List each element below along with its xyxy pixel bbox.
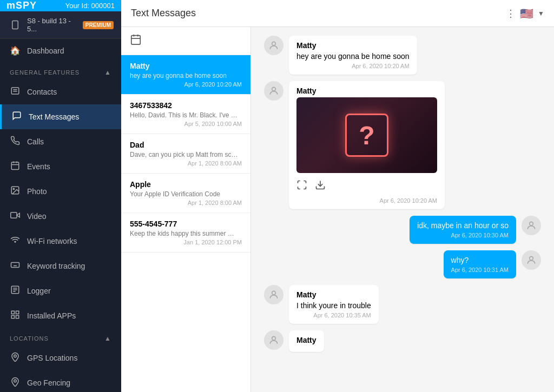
bubble-sender: Matty <box>296 87 437 95</box>
avatar <box>522 250 541 270</box>
conversation-item-555[interactable]: 555-4545-777 Keep the kids happy this su… <box>121 213 250 253</box>
page-title: Text Messages <box>131 8 499 19</box>
bubble-text: I think youre in trouble <box>296 301 371 310</box>
sidebar-item-geo[interactable]: Geo Fencing <box>0 370 121 392</box>
avatar <box>264 81 283 101</box>
svg-point-27 <box>14 355 17 357</box>
bubble-time: Apr 6, 2020 10:20 AM <box>296 197 437 204</box>
conv-name: Apple <box>130 180 242 189</box>
avatar <box>522 216 541 235</box>
conv-name: Matty <box>130 62 242 70</box>
sidebar-item-video[interactable]: Video <box>0 204 121 229</box>
keyboard-icon <box>10 260 21 272</box>
logger-icon <box>10 285 21 297</box>
premium-badge: PREMIUM <box>83 21 114 29</box>
message-bubble-outgoing: idk, maybe in an hour or so Apr 6, 2020 … <box>410 216 516 244</box>
svg-point-28 <box>14 380 17 382</box>
conv-time: Apr 1, 2020 8:00 AM <box>130 160 242 167</box>
svg-rect-25 <box>11 316 14 318</box>
sidebar-item-dashboard[interactable]: 🏠 Dashboard <box>0 39 121 62</box>
events-label: Events <box>27 162 50 171</box>
locations-chevron-icon: ▲ <box>104 335 111 342</box>
bubble-time: Apr 6, 2020 10:35 AM <box>296 312 371 318</box>
device-row[interactable]: S8 - build 13 - 5... PREMIUM <box>0 11 121 39</box>
svg-point-36 <box>530 222 533 225</box>
conversation-item-apple[interactable]: Apple Your Apple ID Verification Code Ap… <box>121 174 250 213</box>
topbar-icons: ⋮ 🇺🇸 ▼ <box>506 7 544 20</box>
svg-rect-12 <box>11 212 17 218</box>
bubble-sender: Matty <box>296 290 371 299</box>
bubble-time: Apr 6, 2020 10:30 AM <box>417 232 509 238</box>
message-bubble-outgoing: why? Apr 6, 2020 10:31 AM <box>444 250 516 278</box>
bubble-time: Apr 6, 2020 10:20 AM <box>296 63 410 69</box>
wifi-icon <box>10 235 21 247</box>
conv-time: Apr 6, 2020 10:20 AM <box>130 81 242 88</box>
sidebar-item-calls[interactable]: Calls <box>0 129 121 154</box>
avatar <box>264 36 283 55</box>
events-icon <box>10 161 21 172</box>
user-id-label: Your Id: 000001 <box>65 2 115 10</box>
sidebar-item-events[interactable]: Events <box>0 154 121 179</box>
messages-icon <box>11 111 22 123</box>
conv-name: Dad <box>130 141 242 149</box>
image-actions <box>296 177 437 195</box>
sidebar-item-text-messages[interactable]: Text Messages <box>0 104 121 129</box>
svg-point-37 <box>530 256 533 260</box>
svg-rect-0 <box>12 21 18 29</box>
expand-icon[interactable] <box>296 180 307 193</box>
geo-label: Geo Fencing <box>27 378 70 387</box>
messages-list: Matty hey are you gonna be home soon Apr… <box>121 27 251 392</box>
conv-preview: Keep the kids happy this summer with ... <box>130 230 238 237</box>
conv-preview: Hello, David. This is Mr. Black. I've no… <box>130 111 238 119</box>
svg-rect-29 <box>131 36 141 45</box>
general-features-section: GENERAL FEATURES ▲ <box>0 62 121 79</box>
bubble-sender: Matty <box>296 336 316 344</box>
photo-icon <box>10 185 21 197</box>
dropdown-arrow-icon[interactable]: ▼ <box>538 10 544 17</box>
sidebar-item-photo[interactable]: Photo <box>0 179 121 204</box>
conversation-item-dad[interactable]: Dad Dave, can you pick up Matt from scho… <box>121 134 250 174</box>
sidebar-item-wifi[interactable]: Wi-Fi networks <box>0 229 121 254</box>
sidebar-item-logger[interactable]: Logger <box>0 278 121 303</box>
svg-point-33 <box>272 42 276 45</box>
contacts-label: Contacts <box>27 88 57 96</box>
conversation-item-matty[interactable]: Matty hey are you gonna be home soon Apr… <box>121 55 250 95</box>
message-bubble: Matty hey are you gonna be home soon Apr… <box>289 36 417 75</box>
language-flag-icon[interactable]: 🇺🇸 <box>520 7 533 20</box>
conv-time: Apr 5, 2020 10:00 AM <box>130 121 242 127</box>
sidebar-item-keyword[interactable]: Keyword tracking <box>0 254 121 278</box>
conv-name: 555-4545-777 <box>130 220 242 228</box>
svg-rect-26 <box>16 316 19 318</box>
sidebar-item-contacts[interactable]: Contacts <box>0 79 121 104</box>
chat-panel: Matty hey are you gonna be home soon Apr… <box>251 27 554 392</box>
message-row: Matty hey are you gonna be home soon Apr… <box>264 36 541 75</box>
message-bubble: Matty <box>289 330 324 352</box>
calls-icon <box>10 136 21 148</box>
bubble-text: why? <box>451 256 509 264</box>
installed-label: Installed APPs <box>27 311 76 320</box>
bubble-text: idk, maybe in an hour or so <box>417 221 509 230</box>
apps-icon <box>10 310 21 322</box>
bubble-text: hey are you gonna be home soon <box>296 52 410 61</box>
download-icon[interactable] <box>315 180 326 193</box>
list-toolbar <box>121 27 250 55</box>
photo-label: Photo <box>27 187 47 196</box>
message-row: Matty <box>264 330 541 352</box>
sidebar-item-installed[interactable]: Installed APPs <box>0 303 121 328</box>
svg-point-38 <box>272 291 276 295</box>
svg-rect-5 <box>11 162 19 170</box>
more-options-icon[interactable]: ⋮ <box>506 8 516 19</box>
video-icon <box>10 210 21 222</box>
logger-label: Logger <box>27 287 51 295</box>
calendar-icon[interactable] <box>130 36 142 48</box>
dashboard-label: Dashboard <box>27 46 64 55</box>
main-content: Text Messages ⋮ 🇺🇸 ▼ Matty hey are you g… <box>121 0 554 392</box>
wifi-label: Wi-Fi networks <box>27 237 77 245</box>
conv-preview: hey are you gonna be home soon <box>130 72 238 79</box>
calls-label: Calls <box>27 137 44 146</box>
sidebar-item-gps[interactable]: GPS Locations <box>0 346 121 370</box>
svg-rect-23 <box>11 311 14 314</box>
conversation-item-3467533842[interactable]: 3467533842 Hello, David. This is Mr. Bla… <box>121 95 250 134</box>
avatar <box>264 330 283 350</box>
conv-name: 3467533842 <box>130 101 242 110</box>
